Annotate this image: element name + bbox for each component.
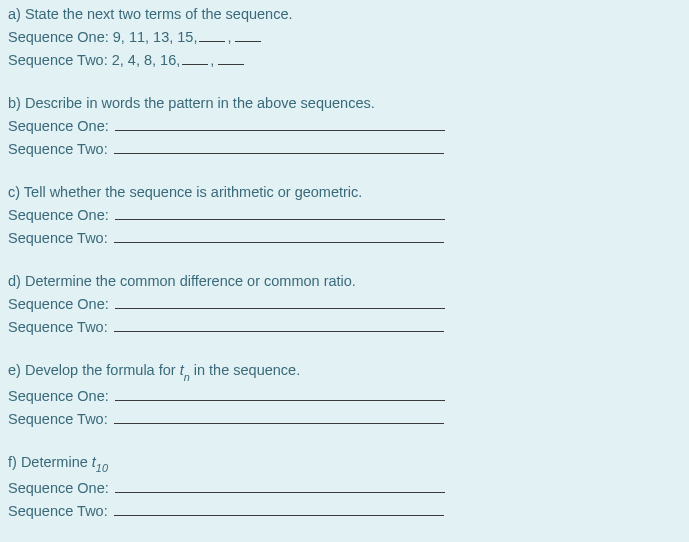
question-c-seq2-label: Sequence Two:	[8, 228, 108, 249]
question-e-seq2-label: Sequence Two:	[8, 409, 108, 430]
question-f-seq2-label: Sequence Two:	[8, 501, 108, 522]
question-d-seq1-label: Sequence One:	[8, 294, 109, 315]
question-f: f) Determine t10 Sequence One: Sequence …	[8, 452, 681, 522]
question-e-prompt: e) Develop the formula for tn in the seq…	[8, 360, 300, 384]
question-a-seq1-label: Sequence One: 9, 11, 13, 15,	[8, 27, 197, 48]
question-c-prompt: c) Tell whether the sequence is arithmet…	[8, 182, 362, 203]
question-a-seq2-label: Sequence Two: 2, 4, 8, 16,	[8, 50, 180, 71]
blank-b-seq1[interactable]	[115, 117, 445, 132]
blank-d-seq2[interactable]	[114, 318, 444, 333]
blank-a-seq1-term2[interactable]	[235, 28, 261, 43]
blank-a-seq2-term1[interactable]	[182, 51, 208, 66]
question-e: e) Develop the formula for tn in the seq…	[8, 360, 681, 430]
question-f-sub: 10	[96, 462, 108, 474]
blank-f-seq1[interactable]	[115, 478, 445, 493]
blank-c-seq1[interactable]	[115, 206, 445, 221]
question-e-prompt-pre: e) Develop the formula for	[8, 362, 180, 378]
blank-a-seq1-term1[interactable]	[199, 28, 225, 43]
blank-a-seq2-term2[interactable]	[218, 51, 244, 66]
blank-f-seq2[interactable]	[114, 501, 444, 516]
question-b-prompt: b) Describe in words the pattern in the …	[8, 93, 375, 114]
blank-b-seq2[interactable]	[114, 140, 444, 155]
blank-c-seq2[interactable]	[114, 229, 444, 244]
question-a-prompt: a) State the next two terms of the seque…	[8, 4, 293, 25]
blank-e-seq1[interactable]	[115, 386, 445, 401]
question-e-seq1-label: Sequence One:	[8, 386, 109, 407]
question-f-prompt-pre: f) Determine	[8, 454, 92, 470]
blank-d-seq1[interactable]	[115, 295, 445, 310]
comma: ,	[227, 27, 231, 48]
question-c-seq1-label: Sequence One:	[8, 205, 109, 226]
blank-e-seq2[interactable]	[114, 409, 444, 424]
comma: ,	[210, 50, 214, 71]
question-a: a) State the next two terms of the seque…	[8, 4, 681, 71]
question-f-prompt: f) Determine t10	[8, 452, 108, 476]
question-d-prompt: d) Determine the common difference or co…	[8, 271, 356, 292]
question-b-seq1-label: Sequence One:	[8, 116, 109, 137]
question-d-seq2-label: Sequence Two:	[8, 317, 108, 338]
question-e-prompt-post: in the sequence.	[190, 362, 300, 378]
question-e-sub: n	[184, 371, 190, 383]
question-b-seq2-label: Sequence Two:	[8, 139, 108, 160]
question-d: d) Determine the common difference or co…	[8, 271, 681, 338]
question-c: c) Tell whether the sequence is arithmet…	[8, 182, 681, 249]
question-f-seq1-label: Sequence One:	[8, 478, 109, 499]
question-b: b) Describe in words the pattern in the …	[8, 93, 681, 160]
